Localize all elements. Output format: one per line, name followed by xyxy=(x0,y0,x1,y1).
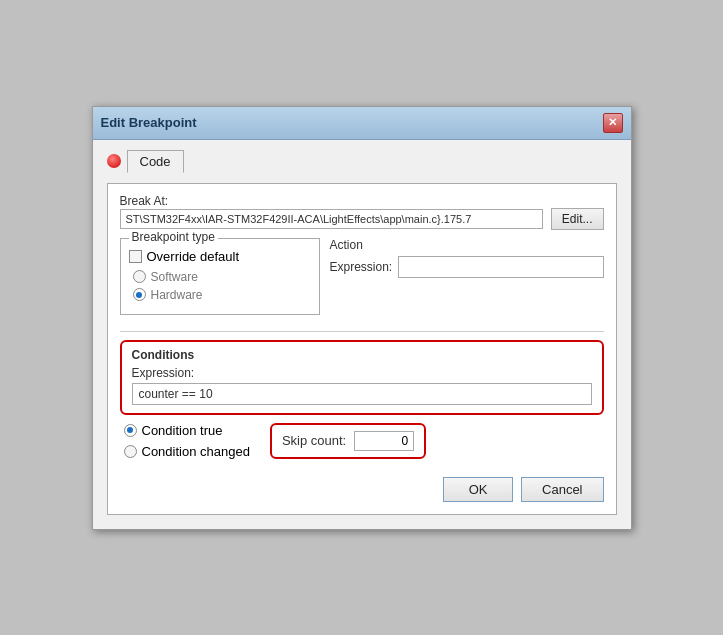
skip-count-label: Skip count: xyxy=(282,433,346,448)
hardware-label: Hardware xyxy=(151,288,203,302)
condition-radio-group: Condition true Condition changed xyxy=(120,423,250,463)
footer: OK Cancel xyxy=(120,473,604,502)
dialog-body: Code Break At: ST\STM32F4xx\IAR-STM32F42… xyxy=(93,140,631,529)
break-at-field: ST\STM32F4xx\IAR-STM32F429II-ACA\LightEf… xyxy=(120,209,543,229)
tab-bar: Code xyxy=(107,150,617,173)
conditions-box: Conditions Expression: xyxy=(120,340,604,415)
divider xyxy=(120,331,604,332)
condition-true-label: Condition true xyxy=(142,423,223,438)
hardware-radio-dot xyxy=(136,292,142,298)
condition-true-radio[interactable] xyxy=(124,424,137,437)
edit-breakpoint-dialog: Edit Breakpoint ✕ Code Break At: ST\STM3… xyxy=(92,106,632,530)
action-label: Action xyxy=(330,238,604,252)
tab-code[interactable]: Code xyxy=(127,150,184,173)
condition-true-row[interactable]: Condition true xyxy=(120,423,250,438)
software-radio[interactable] xyxy=(133,270,146,283)
edit-button[interactable]: Edit... xyxy=(551,208,604,230)
hardware-radio[interactable] xyxy=(133,288,146,301)
ok-button[interactable]: OK xyxy=(443,477,513,502)
condition-changed-radio[interactable] xyxy=(124,445,137,458)
override-checkbox[interactable] xyxy=(129,250,142,263)
software-radio-row[interactable]: Software xyxy=(129,270,311,284)
dialog-title: Edit Breakpoint xyxy=(101,115,197,130)
main-content: Break At: ST\STM32F4xx\IAR-STM32F429II-A… xyxy=(107,183,617,515)
action-expression-input[interactable] xyxy=(398,256,603,278)
cancel-button[interactable]: Cancel xyxy=(521,477,603,502)
condition-changed-row[interactable]: Condition changed xyxy=(120,444,250,459)
title-bar: Edit Breakpoint ✕ xyxy=(93,107,631,140)
break-at-row: ST\STM32F4xx\IAR-STM32F429II-ACA\LightEf… xyxy=(120,208,604,230)
skip-count-box: Skip count: xyxy=(270,423,426,459)
action-section: Action Expression: xyxy=(330,238,604,278)
right-col: Action Expression: xyxy=(330,238,604,323)
override-label: Override default xyxy=(147,249,240,264)
left-col: Breakpoint type Override default Softwar… xyxy=(120,238,320,323)
condition-changed-label: Condition changed xyxy=(142,444,250,459)
action-expr-row: Expression: xyxy=(330,256,604,278)
conditions-expression-input[interactable] xyxy=(132,383,592,405)
two-col-layout: Breakpoint type Override default Softwar… xyxy=(120,238,604,323)
software-label: Software xyxy=(151,270,198,284)
break-at-section: Break At: ST\STM32F4xx\IAR-STM32F429II-A… xyxy=(120,194,604,230)
tab-dot-icon xyxy=(107,154,121,168)
breakpoint-type-group: Breakpoint type Override default Softwar… xyxy=(120,238,320,315)
break-at-label: Break At: xyxy=(120,194,604,208)
condition-true-dot xyxy=(127,427,133,433)
skip-count-input[interactable] xyxy=(354,431,414,451)
conditions-title: Conditions xyxy=(132,348,592,362)
action-expr-label: Expression: xyxy=(330,260,393,274)
breakpoint-type-title: Breakpoint type xyxy=(129,230,218,244)
bottom-section: Condition true Condition changed Skip co… xyxy=(120,423,604,463)
cond-expr-label: Expression: xyxy=(132,366,592,380)
override-default-row[interactable]: Override default xyxy=(129,249,311,264)
close-button[interactable]: ✕ xyxy=(603,113,623,133)
hardware-radio-row[interactable]: Hardware xyxy=(129,288,311,302)
